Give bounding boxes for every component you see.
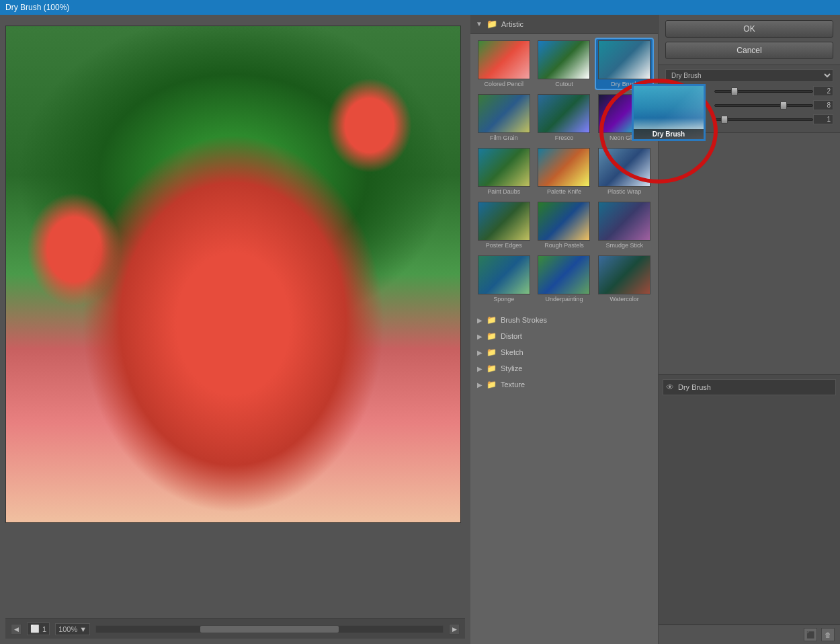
brush-strokes-folder-icon: 📁 [487, 315, 497, 325]
filter-colored-pencil[interactable]: Colored Pencil [476, 39, 532, 89]
brush-size-label: Brush Size [665, 87, 714, 95]
texture-track [714, 118, 813, 121]
brush-strokes-expand-icon: ▶ [477, 317, 482, 324]
eye-icon[interactable]: 👁 [666, 383, 674, 392]
ok-button[interactable]: OK [665, 20, 833, 38]
filter-smudge-stick[interactable]: Smudge Stick [596, 200, 653, 250]
brush-size-thumb[interactable] [731, 87, 738, 95]
zoom-value: 100% [58, 625, 77, 633]
cancel-button[interactable]: Cancel [665, 42, 833, 59]
scroll-right-arrow[interactable]: ▶ [449, 624, 460, 635]
filter-panel: ▼ 📁 Artistic Colored Pencil Cutout Dry B… [470, 15, 659, 644]
artistic-header[interactable]: ▼ 📁 Artistic [470, 15, 658, 34]
filter-thumb-img-dry-brush [598, 40, 650, 79]
category-distort[interactable]: ▶ 📁 Distort [470, 328, 658, 344]
filter-plastic-wrap[interactable]: Plastic Wrap [596, 147, 653, 196]
filter-sponge[interactable]: Sponge [476, 254, 532, 304]
artistic-folder-icon: 📁 [487, 19, 497, 29]
filter-label-palette-knife: Palette Knife [547, 188, 581, 195]
effect-row-dry-brush: 👁 Dry Brush [663, 379, 836, 395]
brush-size-slider[interactable] [714, 89, 813, 93]
filter-film-grain[interactable]: Film Grain [476, 93, 532, 143]
title-text: Dry Brush (100%) [5, 3, 69, 12]
texture-value[interactable] [813, 114, 833, 124]
new-effect-icon[interactable]: ⬛ [804, 628, 817, 641]
canvas-area: ◀ ⬜ 1 100% ▼ ▶ [0, 15, 470, 644]
brush-detail-slider[interactable] [714, 104, 813, 108]
filter-label-cutout: Cutout [555, 81, 573, 87]
zoom-indicator: 100% ▼ [55, 623, 90, 635]
zoom-dropdown-arrow[interactable]: ▼ [79, 625, 87, 633]
texture-folder-icon: 📁 [487, 380, 497, 389]
filter-thumb-img-underpainting [538, 255, 590, 294]
brush-size-track [714, 90, 813, 93]
page-indicator: ⬜ 1 [27, 622, 50, 635]
preview-spacer [659, 133, 840, 374]
filter-thumb-img-sponge [478, 255, 530, 294]
category-texture[interactable]: ▶ 📁 Texture [470, 376, 658, 393]
filter-name-dropdown[interactable]: Dry Brush [665, 69, 833, 82]
filter-label-dry-brush: Dry Brush [611, 81, 638, 87]
brush-detail-label: Brush Detail [665, 102, 714, 109]
main-layout: ◀ ⬜ 1 100% ▼ ▶ ▼ 📁 Artistic [0, 15, 840, 644]
distort-expand-icon: ▶ [477, 333, 482, 340]
filter-thumb-img-smudge-stick [598, 202, 650, 241]
texture-expand-icon: ▶ [477, 381, 482, 389]
sketch-label: Sketch [501, 348, 523, 356]
filter-underpainting[interactable]: Underpainting [536, 254, 593, 304]
settings-area: Dry Brush Brush Size Brush Detail [659, 65, 840, 133]
right-panel: OK Cancel Dry Brush Brush Size Brush Det… [659, 15, 840, 644]
texture-thumb[interactable] [721, 116, 728, 124]
bottom-icons: ⬛ 🗑 [659, 625, 840, 644]
category-folders: ▶ 📁 Brush Strokes ▶ 📁 Distort ▶ 📁 Sketch… [470, 309, 658, 395]
sketch-expand-icon: ▶ [477, 349, 482, 356]
filter-thumb-img-plastic-wrap [598, 148, 650, 187]
filter-dry-brush[interactable]: Dry Brush [596, 39, 653, 89]
distort-folder-icon: 📁 [487, 331, 497, 341]
filter-thumb-img-film-grain [478, 94, 530, 133]
scrollbar-thumb[interactable] [200, 626, 339, 633]
filter-thumb-img-palette-knife [538, 148, 590, 187]
scroll-left-arrow[interactable]: ◀ [11, 624, 22, 635]
filter-label-plastic-wrap: Plastic Wrap [607, 188, 641, 195]
stylize-label: Stylize [501, 364, 522, 372]
filter-label-colored-pencil: Colored Pencil [485, 81, 524, 87]
filter-label-paint-daubs: Paint Daubs [487, 188, 520, 195]
texture-slider[interactable] [714, 118, 813, 122]
canvas-image [5, 26, 461, 523]
brush-detail-thumb[interactable] [780, 102, 787, 110]
filter-thumb-img-neon-glow [598, 94, 650, 133]
artistic-label: Artistic [501, 20, 523, 28]
stylize-folder-icon: 📁 [487, 364, 497, 373]
brush-strokes-label: Brush Strokes [501, 316, 547, 324]
filter-neon-glow[interactable]: Neon Glow [596, 93, 653, 143]
filter-thumb-img-poster-edges [478, 202, 530, 241]
filter-thumb-img-fresco [538, 94, 590, 133]
filter-label-poster-edges: Poster Edges [486, 242, 522, 249]
category-sketch[interactable]: ▶ 📁 Sketch [470, 344, 658, 360]
category-stylize[interactable]: ▶ 📁 Stylize [470, 360, 658, 376]
filter-label-watercolor: Watercolor [610, 296, 639, 303]
brush-detail-value[interactable] [813, 100, 833, 110]
filter-label-fresco: Fresco [555, 134, 574, 141]
category-brush-strokes[interactable]: ▶ 📁 Brush Strokes [470, 312, 658, 328]
texture-row: Texture [665, 114, 833, 124]
filter-rough-pastels[interactable]: Rough Pastels [536, 200, 593, 250]
filter-fresco[interactable]: Fresco [536, 93, 593, 143]
filter-paint-daubs[interactable]: Paint Daubs [476, 147, 532, 196]
filter-cutout[interactable]: Cutout [536, 39, 593, 89]
buttons-area: OK Cancel [659, 15, 840, 65]
statusbar: ◀ ⬜ 1 100% ▼ ▶ [5, 618, 465, 639]
filter-palette-knife[interactable]: Palette Knife [536, 147, 593, 196]
delete-effect-icon[interactable]: 🗑 [821, 628, 835, 641]
filter-thumb-img-paint-daubs [478, 148, 530, 187]
horizontal-scrollbar[interactable] [95, 625, 444, 633]
filter-poster-edges[interactable]: Poster Edges [476, 200, 532, 250]
filter-watercolor[interactable]: Watercolor [596, 254, 653, 304]
brush-size-value[interactable] [813, 86, 833, 96]
filter-label-smudge-stick: Smudge Stick [605, 242, 643, 249]
brush-detail-row: Brush Detail [665, 100, 833, 110]
filter-label-underpainting: Underpainting [545, 296, 583, 303]
distort-label: Distort [501, 332, 522, 340]
brush-size-row: Brush Size [665, 86, 833, 96]
